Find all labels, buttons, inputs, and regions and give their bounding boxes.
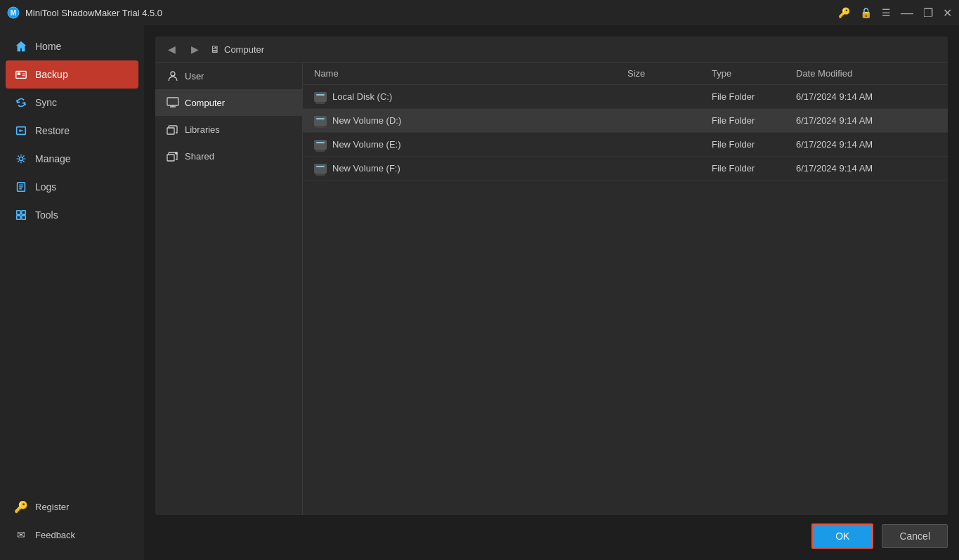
tree-item-computer[interactable]: Computer [155, 89, 302, 116]
restore-icon [14, 124, 28, 138]
sidebar-label-register: Register [35, 502, 69, 512]
file-browser: ◀ ▶ 🖥 Computer [155, 37, 948, 515]
title-bar: M MiniTool ShadowMaker Trial 4.5.0 🔑 🔒 ☰… [0, 0, 959, 25]
sidebar-item-logs[interactable]: Logs [0, 173, 144, 201]
file-name: New Volume (D:) [332, 115, 401, 126]
drive-icon [314, 140, 327, 150]
nav-path-text: Computer [224, 44, 264, 55]
drive-icon [314, 164, 327, 174]
user-tree-icon [167, 70, 179, 82]
svg-rect-7 [17, 211, 20, 214]
shared-tree-icon [167, 150, 179, 162]
tree-item-user[interactable]: User [155, 63, 302, 89]
file-date: 6/17/2024 9:14 AM [796, 163, 937, 174]
file-name: Local Disk (C:) [332, 91, 392, 102]
table-row[interactable]: New Volume (F:) File Folder 6/17/2024 9:… [303, 157, 948, 181]
file-type: File Folder [712, 115, 796, 126]
file-date: 6/17/2024 9:14 AM [796, 91, 937, 102]
tree-item-shared[interactable]: Shared [155, 143, 302, 169]
col-date[interactable]: Date Modified [796, 68, 937, 79]
svg-rect-13 [167, 128, 174, 134]
sidebar-label-backup: Backup [35, 69, 68, 80]
sidebar-item-restore[interactable]: Restore [0, 117, 144, 145]
sidebar-label-tools: Tools [35, 209, 58, 221]
sidebar: Home Backup Sync Restore Manage [0, 25, 144, 560]
svg-rect-9 [17, 216, 20, 219]
app-title: MiniTool ShadowMaker Trial 4.5.0 [25, 8, 162, 18]
manage-icon [14, 152, 28, 166]
close-button[interactable]: ✕ [943, 6, 952, 20]
svg-rect-10 [22, 216, 25, 219]
app-icon: M [7, 6, 20, 19]
home-icon [14, 39, 28, 53]
sync-icon [14, 96, 28, 110]
ok-button[interactable]: OK [811, 523, 873, 549]
svg-point-15 [175, 152, 178, 155]
maximize-button[interactable]: ❐ [923, 6, 933, 20]
sidebar-item-manage[interactable]: Manage [0, 145, 144, 173]
svg-point-5 [19, 157, 22, 160]
col-size[interactable]: Size [627, 68, 712, 79]
window-controls: 🔑 🔒 ☰ — ❐ ✕ [838, 6, 952, 20]
table-row[interactable]: New Volume (D:) File Folder 6/17/2024 9:… [303, 109, 948, 133]
sidebar-item-home[interactable]: Home [0, 32, 144, 60]
svg-text:M: M [11, 9, 16, 17]
sidebar-item-sync[interactable]: Sync [0, 89, 144, 117]
nav-bar: ◀ ▶ 🖥 Computer [155, 37, 948, 63]
sidebar-bottom: 🔑 Register ✉ Feedback [0, 493, 144, 560]
sidebar-item-feedback[interactable]: ✉ Feedback [0, 521, 144, 549]
backup-icon [14, 67, 28, 82]
table-header: Name Size Type Date Modified [303, 63, 948, 85]
forward-button[interactable]: ▶ [187, 42, 203, 56]
tree-label-shared: Shared [185, 151, 214, 162]
file-name: New Volume (E:) [332, 139, 401, 150]
tree-label-user: User [185, 71, 204, 82]
minimize-button[interactable]: — [901, 6, 913, 19]
svg-point-11 [171, 72, 175, 76]
content-area: ◀ ▶ 🖥 Computer [144, 25, 959, 560]
file-type: File Folder [712, 91, 796, 102]
libraries-tree-icon [167, 123, 179, 136]
app-body: Home Backup Sync Restore Manage [0, 25, 959, 560]
logs-icon [14, 180, 28, 194]
tree-item-libraries[interactable]: Libraries [155, 116, 302, 143]
sidebar-item-register[interactable]: 🔑 Register [0, 493, 144, 521]
file-type: File Folder [712, 163, 796, 174]
sidebar-item-tools[interactable]: Tools [0, 201, 144, 229]
sidebar-label-restore: Restore [35, 125, 70, 136]
bottom-bar: OK Cancel [155, 515, 948, 549]
file-list-panel: Name Size Type Date Modified Local Disk … [303, 63, 948, 515]
sidebar-label-feedback: Feedback [35, 530, 75, 540]
browser-body: User Computer [155, 63, 948, 515]
file-date: 6/17/2024 9:14 AM [796, 139, 937, 150]
key-icon[interactable]: 🔑 [838, 7, 850, 18]
nav-path: 🖥 Computer [210, 44, 264, 55]
svg-rect-14 [167, 155, 174, 161]
lock-icon[interactable]: 🔒 [860, 7, 872, 18]
sidebar-label-manage: Manage [35, 153, 71, 164]
drive-icon [314, 116, 327, 126]
file-date: 6/17/2024 9:14 AM [796, 115, 937, 126]
title-bar-left: M MiniTool ShadowMaker Trial 4.5.0 [7, 6, 162, 19]
sidebar-item-backup[interactable]: Backup [6, 60, 138, 89]
drive-icon [314, 92, 327, 102]
svg-rect-3 [18, 72, 21, 75]
cancel-button[interactable]: Cancel [882, 524, 948, 548]
file-name-cell: New Volume (F:) [314, 163, 627, 174]
file-name-cell: New Volume (E:) [314, 139, 627, 150]
table-row[interactable]: New Volume (E:) File Folder 6/17/2024 9:… [303, 133, 948, 157]
tree-label-libraries: Libraries [185, 124, 220, 135]
menu-icon[interactable]: ☰ [882, 7, 891, 18]
file-type: File Folder [712, 139, 796, 150]
sidebar-label-logs: Logs [35, 181, 56, 193]
back-button[interactable]: ◀ [164, 42, 180, 56]
mail-icon: ✉ [14, 528, 28, 542]
file-name-cell: New Volume (D:) [314, 115, 627, 126]
table-row[interactable]: Local Disk (C:) File Folder 6/17/2024 9:… [303, 85, 948, 109]
tools-icon [14, 208, 28, 222]
col-name[interactable]: Name [314, 68, 627, 79]
svg-rect-8 [22, 211, 25, 214]
col-type[interactable]: Type [712, 68, 796, 79]
computer-tree-icon [167, 96, 179, 109]
computer-path-icon: 🖥 [210, 44, 220, 55]
